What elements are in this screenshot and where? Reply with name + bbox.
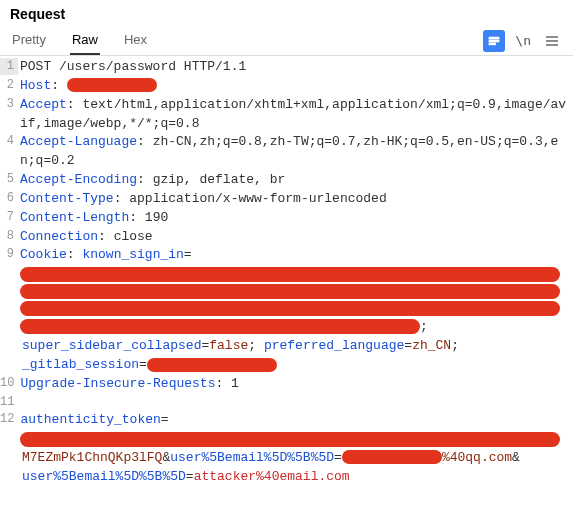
body-continuation: user%5Bemail%5D%5B%5D=attacker%40email.c… [20,468,573,487]
header-cookie: Cookie: known_sign_in= [18,246,573,265]
body-continuation: M7EZmPk1ChnQKp3lFQ&user%5Bemail%5D%5B%5D… [20,449,573,468]
line-number: 10 [0,375,18,392]
line-number: 5 [0,171,18,188]
tabs-bar: Pretty Raw Hex \n [0,22,573,56]
header-host: Host: [18,77,573,96]
redacted-value [20,284,560,299]
redacted-value [20,319,420,334]
line-number: 4 [0,133,18,150]
actions-icon[interactable] [483,30,505,52]
redacted-value [67,78,157,92]
header-accept-encoding: Accept-Encoding: gzip, deflate, br [18,171,573,190]
newline-toggle[interactable]: \n [515,33,531,48]
svg-rect-4 [546,40,558,41]
cookie-continuation: super_sidebar_collapsed=false; preferred… [20,337,573,356]
redacted-value [147,358,277,372]
cookie-continuation: _gitlab_session= [20,356,573,375]
tab-raw[interactable]: Raw [70,26,100,55]
svg-rect-2 [490,43,496,44]
line-number: 8 [0,228,18,245]
line-number: 2 [0,77,18,94]
header-content-type: Content-Type: application/x-www-form-url… [18,190,573,209]
redacted-value [20,267,560,282]
header-accept-language: Accept-Language: zh-CN,zh;q=0.8,zh-TW;q=… [18,133,573,171]
svg-rect-5 [546,44,558,45]
menu-icon[interactable] [541,30,563,52]
svg-rect-3 [546,36,558,37]
redacted-value [20,301,560,316]
line-number: 1 [0,58,18,75]
panel-title: Request [10,6,65,22]
redacted-value [20,432,560,447]
tab-hex[interactable]: Hex [122,26,149,55]
raw-request[interactable]: 1 POST /users/password HTTP/1.1 2 Host: … [0,56,573,487]
redacted-value [342,450,442,464]
line-number: 11 [0,394,18,411]
header-accept: Accept: text/html,application/xhtml+xml,… [18,96,573,134]
line-number: 3 [0,96,18,113]
header-upgrade-insecure: Upgrade-Insecure-Requests: 1 [18,375,573,394]
line-number: 9 [0,246,18,263]
header-content-length: Content-Length: 190 [18,209,573,228]
line-number: 12 [0,411,18,428]
svg-rect-0 [490,37,499,38]
line-number: 7 [0,209,18,226]
line-number: 6 [0,190,18,207]
svg-rect-1 [490,40,499,41]
request-line: POST /users/password HTTP/1.1 [18,58,573,77]
tab-pretty[interactable]: Pretty [10,26,48,55]
request-body: authenticity_token= [18,411,573,430]
header-connection: Connection: close [18,228,573,247]
